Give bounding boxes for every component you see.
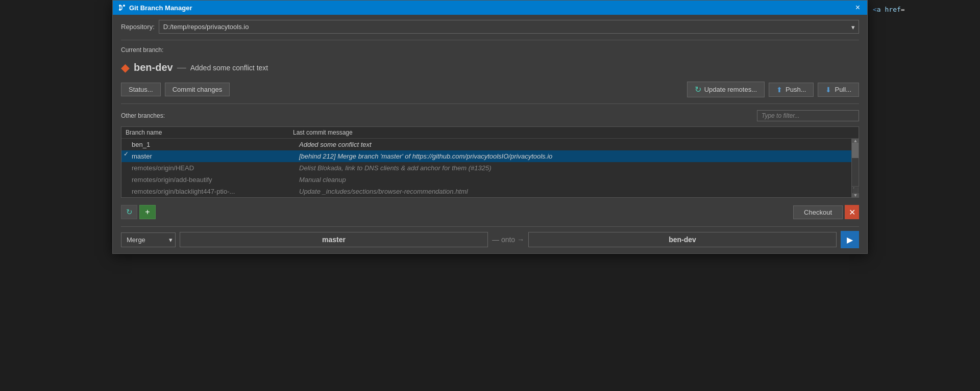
branch-row-name: remotes/origin/HEAD (132, 164, 295, 172)
branch-row-message: Delist Blokada, link to DNS clients & ad… (299, 164, 847, 172)
editor-line: <a href= (868, 5, 980, 14)
checkout-button[interactable]: Checkout (793, 205, 843, 219)
branch-filter-input[interactable] (757, 110, 859, 121)
repository-label: Repository: (121, 23, 155, 31)
branch-actions-row: ↻ + Checkout ✕ (121, 203, 859, 221)
add-branch-button[interactable]: + (139, 205, 156, 219)
divider-2 (121, 103, 859, 104)
scrollbar-thumb[interactable] (852, 143, 859, 158)
pull-icon: ⬇ (825, 86, 831, 94)
current-branch-label: Current branch: (121, 46, 859, 54)
merge-source-branch: master (180, 232, 488, 247)
branch-row[interactable]: ✓ master [behind 212] Merge branch 'mast… (121, 150, 851, 162)
close-button[interactable]: × (853, 4, 862, 12)
branch-table-wrapper: ben_1 Added some conflict text ✓ master … (121, 139, 859, 197)
branch-row[interactable]: remotes/origin/HEAD Delist Blokada, link… (121, 162, 851, 174)
divider-1 (121, 40, 859, 40)
push-label: Push... (786, 86, 806, 93)
pull-label: Pull... (835, 86, 851, 93)
actions-row: Status... Commit changes ↻ Update remote… (121, 82, 859, 97)
last-commit-column-header: Last commit message (293, 129, 854, 136)
arrow-right: → (517, 236, 524, 244)
merge-go-icon: ▶ (847, 235, 853, 245)
branch-row-name: remotes/origin/add-beautify (132, 176, 295, 184)
push-icon: ⬆ (776, 86, 782, 94)
current-branch-name: ben-dev (134, 62, 173, 73)
refresh-branches-button[interactable]: ↻ (121, 205, 137, 219)
merge-go-button[interactable]: ▶ (841, 231, 859, 248)
repository-select-wrapper[interactable]: D:/temp/repos/privacytools.io (159, 20, 859, 34)
branch-actions-left: ↻ + (121, 205, 156, 219)
branch-row-message: Added some conflict text (299, 141, 847, 148)
cancel-checkout-button[interactable]: ✕ (845, 205, 859, 219)
branch-row[interactable]: ben_1 Added some conflict text (121, 139, 851, 150)
checkmark-icon: ✓ (124, 150, 129, 158)
branch-row-message: [behind 212] Merge branch 'master' of ht… (299, 152, 847, 160)
svg-point-1 (123, 5, 125, 7)
branch-diamond-icon: ◆ (121, 62, 130, 73)
branch-list: ben_1 Added some conflict text ✓ master … (121, 139, 851, 197)
update-remotes-label: Update remotes... (704, 86, 757, 93)
merge-row: Merge Rebase Cherry-pick master — onto →… (121, 226, 859, 248)
branch-row[interactable]: remotes/origin/blacklight447-ptio-... Up… (121, 186, 851, 197)
branch-name-column-header: Branch name (126, 129, 289, 136)
status-button[interactable]: Status... (121, 83, 161, 96)
commit-changes-button[interactable]: Commit changes (165, 83, 230, 96)
title-bar: Git Branch Manager × (113, 1, 867, 15)
repository-row: Repository: D:/temp/repos/privacytools.i… (121, 20, 859, 34)
merge-type-select[interactable]: Merge Rebase Cherry-pick (121, 232, 176, 247)
merge-arrow: — onto → (492, 236, 524, 244)
refresh-icon: ↻ (695, 85, 701, 94)
repository-select[interactable]: D:/temp/repos/privacytools.io (159, 20, 859, 34)
merge-target-branch: ben-dev (528, 232, 837, 247)
arrow-left: — (492, 236, 499, 244)
svg-point-0 (119, 5, 121, 7)
onto-text: onto (501, 236, 515, 244)
update-remotes-button[interactable]: ↻ Update remotes... (687, 82, 765, 97)
branch-row-message: Manual cleanup (299, 176, 847, 184)
cancel-icon: ✕ (849, 207, 855, 217)
merge-select-wrapper[interactable]: Merge Rebase Cherry-pick (121, 232, 176, 247)
branch-separator: — (177, 62, 186, 73)
branch-row-message: Update _includes/sections/browser-recomm… (299, 188, 847, 195)
branch-row-name: remotes/origin/blacklight447-ptio-... (132, 188, 295, 195)
refresh-branches-icon: ↻ (126, 207, 133, 217)
branch-row-name: master (132, 152, 295, 160)
add-branch-icon: + (145, 207, 150, 217)
branch-info: ◆ ben-dev — Added some conflict text (121, 59, 859, 76)
branch-table-header: Branch name Last commit message (121, 127, 859, 139)
svg-point-2 (119, 9, 121, 11)
git-branch-icon (118, 4, 126, 12)
branch-table: Branch name Last commit message ben_1 Ad… (121, 126, 859, 198)
scrollbar[interactable]: ▲ ⬛ ▼ (851, 139, 859, 197)
other-branches-header: Other branches: (121, 110, 859, 121)
branch-row[interactable]: remotes/origin/add-beautify Manual clean… (121, 174, 851, 186)
branch-row-name: ben_1 (132, 141, 295, 148)
other-branches-label: Other branches: (121, 112, 165, 119)
pull-button[interactable]: ⬇ Pull... (818, 83, 859, 97)
dialog-title: Git Branch Manager (129, 4, 192, 12)
current-branch-commit-message: Added some conflict text (190, 64, 268, 72)
push-button[interactable]: ⬆ Push... (769, 83, 814, 97)
